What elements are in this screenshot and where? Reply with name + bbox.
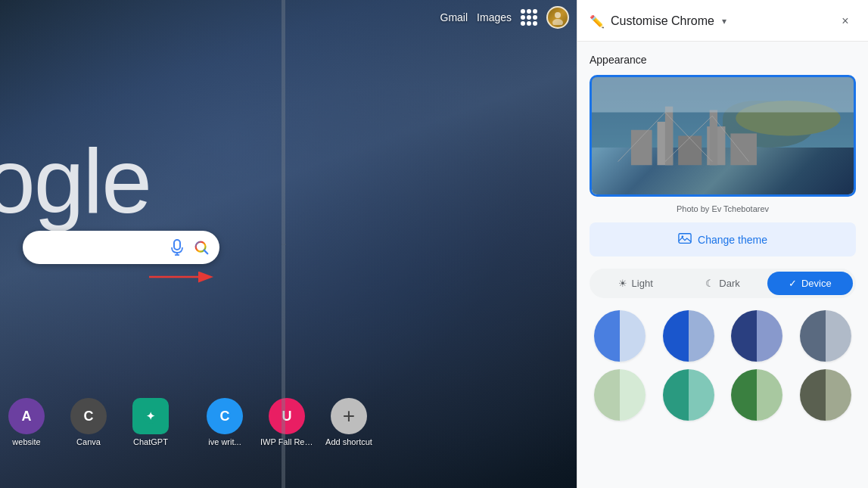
shortcut-label-website: website	[12, 437, 40, 446]
shortcut-website[interactable]: A website	[0, 398, 53, 446]
change-theme-label: Change theme	[698, 234, 767, 246]
shortcut-icon-iwp: U	[269, 398, 305, 434]
shortcut-chatgpt[interactable]: ✦ ChatGPT	[124, 398, 177, 446]
shortcuts-row: A website C Canva ✦ ChatGPT C ive writ..…	[0, 398, 375, 446]
change-theme-button[interactable]: Change theme	[590, 222, 856, 256]
moon-icon: ☾	[705, 278, 714, 289]
shortcut-chrome-ext[interactable]: C ive writ...	[198, 398, 251, 446]
dark-theme-button[interactable]: ☾ Dark	[680, 272, 765, 295]
dropdown-arrow-icon[interactable]: ▾	[722, 16, 726, 26]
gmail-link[interactable]: Gmail	[440, 11, 468, 23]
shortcut-icon-website: A	[8, 398, 45, 434]
panel-body: Appearance	[577, 42, 868, 433]
svg-rect-19	[710, 110, 717, 165]
svg-rect-13	[631, 130, 652, 166]
shortcut-label-chatgpt: ChatGPT	[133, 437, 168, 446]
bridge-svg	[592, 77, 854, 194]
appearance-section-title: Appearance	[590, 54, 856, 66]
shortcut-label-add: Add shortcut	[325, 437, 372, 446]
browser-topbar: Gmail Images	[440, 6, 569, 29]
svg-point-26	[682, 235, 684, 238]
color-swatch-navy[interactable]	[731, 310, 782, 362]
panel-title-group: ✏️ Customise Chrome ▾	[590, 14, 726, 29]
lens-icon[interactable]	[192, 238, 210, 256]
shortcut-icon-add: +	[331, 398, 367, 434]
dark-label: Dark	[719, 278, 739, 289]
color-swatch-blue-dark[interactable]	[663, 310, 714, 362]
shortcut-canva[interactable]: C Canva	[62, 398, 115, 446]
light-theme-button[interactable]: ☀ Light	[593, 272, 678, 295]
color-swatch-teal[interactable]	[663, 369, 714, 421]
panel-header: ✏️ Customise Chrome ▾ ×	[577, 0, 868, 42]
svg-point-1	[552, 19, 563, 25]
shortcut-label-iwp: IWP Fall Resi...	[260, 437, 313, 446]
color-swatch-blue-light[interactable]	[594, 310, 646, 362]
svg-rect-15	[678, 136, 702, 166]
check-icon: ✓	[789, 278, 797, 289]
svg-text:✦: ✦	[146, 410, 155, 422]
svg-point-0	[555, 12, 561, 18]
panel-title: Customise Chrome	[611, 14, 714, 28]
sun-icon: ☀	[618, 278, 627, 289]
shortcut-icon-chatgpt: ✦	[132, 398, 169, 434]
color-swatch-green-light[interactable]	[594, 369, 646, 421]
theme-toggle-group: ☀ Light ☾ Dark ✓ Device	[590, 269, 856, 298]
google-logo-text: ogle	[0, 129, 151, 233]
close-icon: ×	[842, 14, 848, 28]
shortcut-label-chrome-ext: ive writ...	[208, 437, 241, 446]
background-preview-card	[590, 75, 856, 197]
avatar[interactable]	[546, 6, 569, 29]
shortcut-iwp[interactable]: U IWP Fall Resi...	[260, 398, 313, 446]
color-swatches-grid	[590, 310, 856, 421]
browser-background: Gmail Images ogle	[0, 0, 577, 488]
color-swatch-slate[interactable]	[800, 310, 851, 362]
device-label: Device	[801, 278, 832, 289]
svg-rect-2	[174, 240, 180, 250]
gap	[186, 398, 189, 446]
apps-icon[interactable]	[521, 9, 537, 26]
color-swatch-green[interactable]	[731, 369, 782, 421]
shortcut-icon-canva: C	[70, 398, 107, 434]
svg-rect-18	[665, 107, 673, 166]
customize-chrome-panel: ✏️ Customise Chrome ▾ × Appearance	[577, 0, 868, 488]
pencil-icon: ✏️	[590, 14, 605, 29]
images-link[interactable]: Images	[477, 11, 512, 23]
device-theme-button[interactable]: ✓ Device	[767, 272, 853, 295]
color-swatch-dark-green[interactable]	[800, 369, 851, 421]
svg-rect-24	[592, 77, 854, 113]
image-icon	[678, 232, 692, 247]
photo-credit: Photo by Ev Tchebotarev	[590, 204, 856, 213]
shortcut-label-canva: Canva	[76, 437, 101, 446]
light-label: Light	[632, 278, 653, 289]
shortcut-icon-chrome-ext: C	[207, 398, 243, 434]
search-bar[interactable]	[23, 231, 219, 264]
preview-image	[592, 77, 854, 194]
svg-line-6	[204, 250, 208, 254]
shortcut-add[interactable]: + Add shortcut	[322, 398, 375, 446]
panel-divider: ⋮	[282, 0, 285, 488]
mic-icon[interactable]	[168, 238, 186, 256]
svg-rect-25	[679, 234, 691, 244]
svg-rect-17	[730, 133, 757, 165]
close-button[interactable]: ×	[835, 11, 856, 32]
